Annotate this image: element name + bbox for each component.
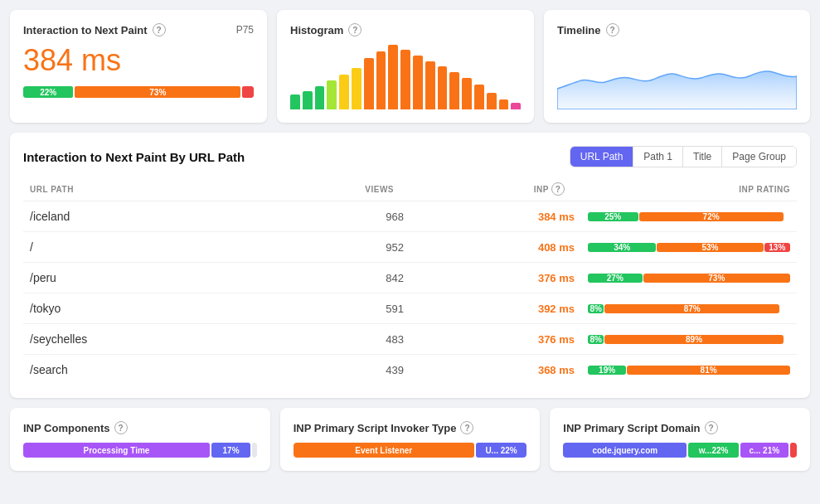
inp-components-help[interactable]: ? bbox=[114, 421, 128, 434]
histogram-help-icon[interactable]: ? bbox=[348, 23, 361, 36]
table-cell-inp: 392 ms bbox=[410, 293, 581, 324]
rating-segment: 19% bbox=[588, 366, 626, 375]
inp-components-title-text: INP Components bbox=[23, 422, 110, 434]
mini-rating-bar: 27%73% bbox=[588, 271, 790, 284]
inp-components-title: INP Components ? bbox=[23, 421, 257, 434]
inp-value: 384 ms bbox=[23, 43, 254, 78]
histogram-bar bbox=[339, 75, 349, 109]
toggle-group: URL Path Path 1 Title Page Group bbox=[570, 146, 797, 167]
table-cell-rating: 8%89% bbox=[581, 324, 797, 355]
script-domain-bar: code.jquery.com w...22% c... 21% bbox=[563, 443, 797, 458]
histogram-bar bbox=[290, 94, 300, 109]
invoker-type-bar: Event Listener U... 22% bbox=[294, 443, 527, 458]
rating-segment: 25% bbox=[588, 212, 638, 221]
rating-segment: 8% bbox=[588, 304, 604, 313]
table-row: /peru842376 ms27%73% bbox=[23, 263, 797, 293]
rating-segment: 87% bbox=[604, 304, 779, 313]
bar-green: 22% bbox=[23, 86, 73, 98]
w-seg: w...22% bbox=[688, 443, 739, 458]
table-cell-inp: 376 ms bbox=[410, 324, 581, 355]
histogram-bar bbox=[487, 93, 497, 109]
inp-rating-bar: 22% 73% bbox=[23, 86, 254, 98]
col-inp-rating: INP RATING bbox=[581, 177, 797, 201]
other-seg bbox=[790, 443, 797, 458]
toggle-page-group[interactable]: Page Group bbox=[722, 147, 796, 167]
c-seg: c... 21% bbox=[740, 443, 788, 458]
table-cell-rating: 25%72% bbox=[581, 201, 797, 232]
inp-card: Interaction to Next Paint ? P75 384 ms 2… bbox=[10, 10, 267, 123]
histogram-bar bbox=[413, 56, 423, 109]
data-table: URL PATH VIEWS INP ? INP RATING /iceland… bbox=[23, 177, 797, 385]
table-cell-views: 952 bbox=[246, 232, 410, 263]
bar-orange: 73% bbox=[75, 86, 240, 98]
unknown-seg: U... 22% bbox=[476, 443, 527, 458]
histogram-card: Histogram ? bbox=[277, 10, 534, 123]
mini-rating-bar: 34%53%13% bbox=[588, 240, 790, 254]
table-cell-inp: 384 ms bbox=[410, 201, 581, 232]
timeline-card: Timeline ? bbox=[544, 10, 810, 123]
table-cell-views: 591 bbox=[246, 293, 410, 324]
histogram-bar bbox=[303, 91, 313, 109]
histogram-bar bbox=[499, 99, 509, 109]
mini-rating-bar: 19%81% bbox=[588, 363, 790, 376]
rating-segment: 8% bbox=[588, 335, 604, 344]
rating-segment: 53% bbox=[657, 243, 763, 252]
table-header: Interaction to Next Paint By URL Path UR… bbox=[23, 146, 797, 167]
inp-col-help[interactable]: ? bbox=[551, 182, 565, 196]
histogram-bar bbox=[388, 45, 398, 109]
inp-help-icon[interactable]: ? bbox=[153, 23, 166, 36]
table-cell-rating: 8%87% bbox=[581, 293, 797, 324]
table-cell-path: /search bbox=[23, 355, 246, 385]
table-row: /search439368 ms19%81% bbox=[23, 355, 797, 385]
histogram-container bbox=[290, 43, 521, 109]
histogram-bar bbox=[315, 86, 325, 109]
table-cell-path: /peru bbox=[23, 263, 246, 293]
histogram-bar bbox=[327, 80, 337, 109]
invoker-type-card: INP Primary Script Invoker Type ? Event … bbox=[280, 408, 541, 471]
table-cell-views: 439 bbox=[246, 355, 410, 385]
histogram-bar bbox=[438, 66, 448, 109]
histogram-bar bbox=[511, 103, 521, 109]
histogram-title-text: Histogram bbox=[290, 24, 343, 36]
remaining-seg bbox=[252, 443, 257, 458]
17pct-seg: 17% bbox=[211, 443, 250, 458]
invoker-type-title: INP Primary Script Invoker Type ? bbox=[294, 421, 527, 434]
script-domain-help[interactable]: ? bbox=[705, 421, 718, 434]
mini-rating-bar: 25%72% bbox=[588, 210, 790, 223]
rating-segment: 81% bbox=[627, 366, 790, 375]
script-domain-title-text: INP Primary Script Domain bbox=[563, 422, 700, 434]
histogram-bar bbox=[352, 68, 361, 109]
timeline-title-text: Timeline bbox=[557, 24, 601, 36]
timeline-chart bbox=[557, 43, 797, 109]
invoker-type-help[interactable]: ? bbox=[460, 421, 473, 434]
table-cell-path: /iceland bbox=[23, 201, 246, 232]
table-row: /iceland968384 ms25%72% bbox=[23, 201, 797, 232]
event-listener-seg: Event Listener bbox=[294, 443, 474, 458]
jquery-seg: code.jquery.com bbox=[563, 443, 687, 458]
histogram-title: Histogram ? bbox=[290, 23, 521, 36]
rating-segment: 13% bbox=[764, 243, 790, 252]
table-cell-views: 483 bbox=[246, 324, 410, 355]
col-url-path: URL PATH bbox=[23, 177, 246, 201]
rating-segment: 89% bbox=[604, 335, 783, 344]
mini-rating-bar: 8%87% bbox=[588, 302, 790, 315]
processing-time-seg: Processing Time bbox=[23, 443, 210, 458]
toggle-title[interactable]: Title bbox=[683, 147, 722, 167]
table-cell-path: /seychelles bbox=[23, 324, 246, 355]
table-row: /952408 ms34%53%13% bbox=[23, 232, 797, 263]
toggle-path1[interactable]: Path 1 bbox=[633, 147, 683, 167]
table-title: Interaction to Next Paint By URL Path bbox=[23, 150, 245, 164]
rating-segment: 27% bbox=[588, 274, 643, 283]
histogram-bar bbox=[425, 61, 435, 109]
bar-red bbox=[242, 86, 254, 98]
timeline-help-icon[interactable]: ? bbox=[606, 23, 619, 36]
table-cell-views: 842 bbox=[246, 263, 410, 293]
rating-segment: 73% bbox=[643, 274, 790, 283]
col-views: VIEWS bbox=[246, 177, 410, 201]
table-cell-path: /tokyo bbox=[23, 293, 246, 324]
bottom-row: INP Components ? Processing Time 17% INP… bbox=[10, 408, 810, 471]
col-inp: INP ? bbox=[410, 177, 581, 201]
histogram-bar bbox=[400, 50, 410, 109]
toggle-url-path[interactable]: URL Path bbox=[570, 147, 634, 167]
timeline-title: Timeline ? bbox=[557, 23, 797, 36]
